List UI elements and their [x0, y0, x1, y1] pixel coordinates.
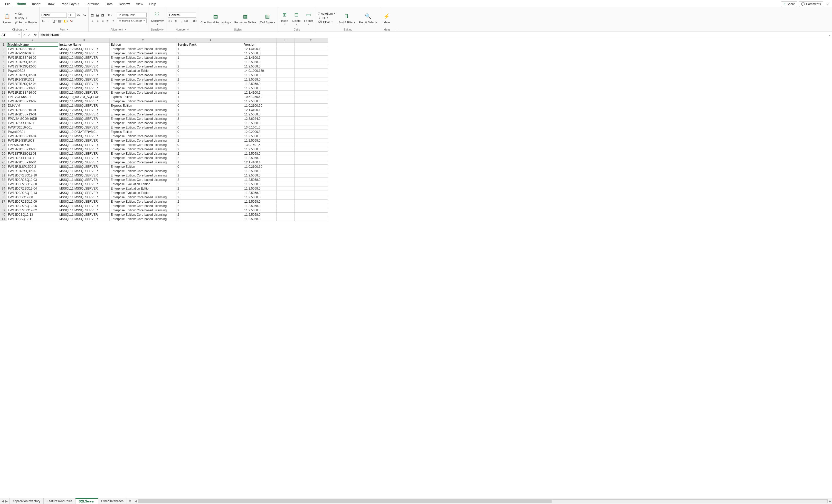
row-header[interactable]: 34 — [0, 187, 7, 191]
cell[interactable]: 2 — [176, 64, 243, 69]
increase-decimal-icon[interactable]: .00→ — [185, 19, 189, 23]
cell[interactable]: 2 — [176, 208, 243, 213]
cell[interactable]: 12.1.4100.1 — [243, 90, 277, 95]
cell[interactable] — [277, 195, 294, 200]
column-header[interactable]: F — [277, 38, 294, 43]
cell[interactable] — [294, 95, 328, 99]
row-header[interactable]: 24 — [0, 143, 7, 147]
cell[interactable]: Instance Name — [58, 43, 110, 47]
cell[interactable] — [277, 200, 294, 204]
column-header[interactable]: G — [294, 38, 328, 43]
format-painter-button[interactable]: 🖌Format Painter — [14, 21, 38, 24]
cell[interactable] — [277, 90, 294, 95]
cell[interactable] — [277, 182, 294, 187]
cell[interactable]: Enterprise Edition: Core-based Licensing — [110, 151, 176, 156]
cell[interactable] — [294, 121, 328, 125]
cell[interactable]: 2 — [176, 151, 243, 156]
name-box-input[interactable] — [2, 33, 18, 37]
cell[interactable]: MSSQL12.MSSQLSERVER — [58, 160, 110, 165]
cell[interactable] — [277, 187, 294, 191]
cell[interactable]: MSSQL11.MSSQLSERVER — [58, 204, 110, 208]
cell[interactable] — [277, 47, 294, 51]
expand-formula-bar-icon[interactable]: ⌄ — [827, 33, 832, 37]
cell[interactable] — [277, 78, 294, 82]
align-left-icon[interactable]: ≡ — [90, 19, 95, 23]
align-top-icon[interactable]: ⬒ — [90, 13, 95, 18]
comments-button[interactable]: 💬 Comments — [799, 1, 823, 7]
row-header[interactable]: 14 — [0, 99, 7, 104]
cell[interactable]: Enterprise Edition: Core-based Licensing — [110, 82, 176, 86]
cell[interactable]: FW12R2DSSP13-02 — [7, 99, 58, 104]
cell[interactable]: 1 — [176, 95, 243, 99]
cell[interactable]: FW12R2LSP16D2-2 — [7, 165, 58, 169]
alignment-launcher-icon[interactable]: ◢ — [124, 28, 126, 31]
cell[interactable] — [294, 191, 328, 195]
worksheet-grid[interactable]: ABCDEFG1MachineNameInstance NameEditionS… — [0, 38, 832, 498]
cell[interactable]: 2 — [176, 78, 243, 82]
row-header[interactable]: 3 — [0, 51, 7, 56]
cell[interactable]: FPLWIN2016-01 — [7, 143, 58, 147]
cell[interactable] — [277, 165, 294, 169]
increase-font-icon[interactable]: A▴ — [77, 13, 81, 18]
cell[interactable] — [277, 147, 294, 151]
cell[interactable]: FW12R2DSSP13-03 — [7, 147, 58, 151]
tab-insert[interactable]: Insert — [29, 1, 44, 7]
cut-button[interactable]: ✂Cut — [14, 12, 38, 16]
cell[interactable]: 11.2.5058.0 — [243, 147, 277, 151]
clipboard-launcher-icon[interactable]: ◢ — [25, 28, 27, 31]
cell[interactable] — [294, 60, 328, 64]
cell[interactable]: 0 — [176, 69, 243, 73]
row-header[interactable]: 9 — [0, 78, 7, 82]
sheet-nav-prev-icon[interactable]: ◀ — [2, 499, 4, 503]
cell[interactable] — [294, 217, 328, 221]
row-header[interactable]: 23 — [0, 139, 7, 143]
cell[interactable]: MSSQL11.MSSQLSERVER — [58, 217, 110, 221]
cell[interactable] — [294, 112, 328, 117]
font-name-select[interactable] — [41, 12, 67, 18]
cell[interactable]: 11.0.2100.60 — [243, 165, 277, 169]
cell[interactable]: 2 — [176, 51, 243, 56]
align-center-icon[interactable]: ≡ — [95, 19, 100, 23]
sort-filter-button[interactable]: ⇅Sort & Filter▾ — [337, 11, 356, 25]
cell[interactable]: MSSQL11.MSSQLSERVER — [58, 156, 110, 160]
cell[interactable] — [294, 47, 328, 51]
cell[interactable] — [277, 121, 294, 125]
cell[interactable]: 11.2.5058.0 — [243, 191, 277, 195]
cell[interactable]: 2 — [176, 195, 243, 200]
align-bottom-icon[interactable]: ⬔ — [100, 13, 105, 18]
cell[interactable]: 11.2.5058.0 — [243, 182, 277, 187]
fx-icon[interactable]: ƒx — [32, 32, 38, 38]
row-header[interactable]: 18 — [0, 117, 7, 121]
cell[interactable]: Enterprise Edition: Core-based Licensing — [110, 134, 176, 139]
tab-data[interactable]: Data — [102, 1, 115, 7]
row-header[interactable]: 41 — [0, 217, 7, 221]
row-header[interactable]: 17 — [0, 112, 7, 117]
tab-home[interactable]: Home — [14, 1, 29, 7]
cell[interactable]: MSSQL11.MSSQLSERVER — [58, 195, 110, 200]
cell[interactable]: Enterprise Edition: Core-based Licensing — [110, 208, 176, 213]
cell[interactable]: 1 — [176, 108, 243, 112]
cell[interactable]: 11.2.5058.0 — [243, 73, 277, 78]
cell[interactable] — [277, 217, 294, 221]
tab-review[interactable]: Review — [116, 1, 133, 7]
cell[interactable]: FW12DCR2SQ12-04 — [7, 187, 58, 191]
cell[interactable] — [294, 200, 328, 204]
cell[interactable]: 11.2.5058.0 — [243, 195, 277, 200]
cell[interactable] — [294, 204, 328, 208]
cell[interactable]: 11.2.5058.0 — [243, 64, 277, 69]
cell[interactable]: MSSQL11.MSSQLSERVER — [58, 169, 110, 173]
row-header[interactable]: 22 — [0, 134, 7, 139]
find-select-button[interactable]: 🔍Find & Select▾ — [358, 11, 378, 25]
cell[interactable]: MSSQL12.MSSQLSERVER — [58, 108, 110, 112]
ideas-button[interactable]: ⚡Ideas — [382, 11, 392, 24]
cell[interactable] — [277, 108, 294, 112]
sensitivity-button[interactable]: 🛡 Sensitivity▾ — [150, 9, 165, 26]
accept-formula-icon[interactable]: ✓ — [28, 33, 30, 37]
cell[interactable]: 11.2.5058.0 — [243, 173, 277, 178]
cell[interactable]: MSSQL11.MSSQLSERVER — [58, 200, 110, 204]
cell[interactable] — [294, 56, 328, 60]
cell[interactable]: Enterprise Edition: Core-based Licensing — [110, 178, 176, 182]
cell[interactable] — [277, 82, 294, 86]
cell[interactable]: 12.1.4100.1 — [243, 47, 277, 51]
cell[interactable]: 2 — [176, 60, 243, 64]
